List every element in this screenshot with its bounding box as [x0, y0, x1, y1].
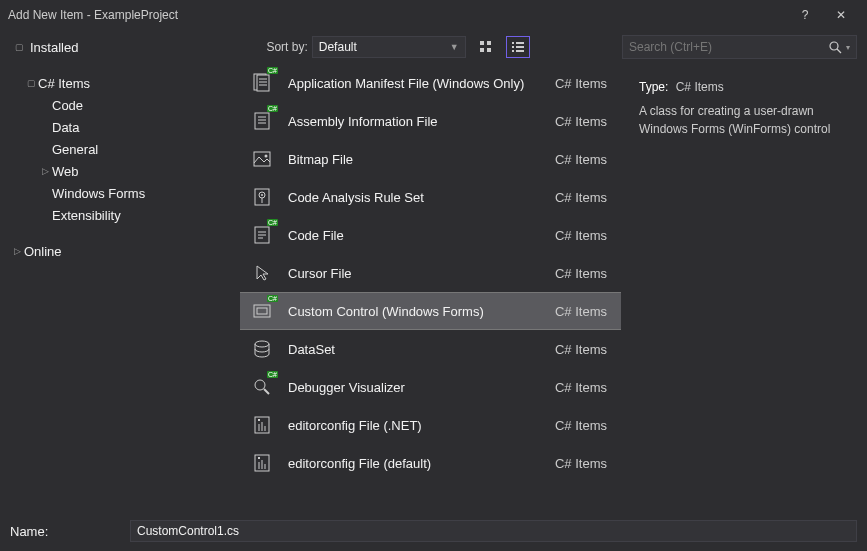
close-button[interactable]: ✕	[823, 0, 859, 30]
codefile-icon: C#	[250, 223, 274, 247]
search-icon	[828, 40, 842, 54]
template-label: Code File	[288, 228, 541, 243]
template-label: DataSet	[288, 342, 541, 357]
tree-item[interactable]: ▢C# Items	[10, 72, 240, 94]
svg-rect-33	[257, 308, 267, 314]
customcontrol-icon: C#	[250, 299, 274, 323]
chevron-down-icon: ▼	[450, 42, 459, 52]
grid-icon	[479, 40, 493, 54]
search-box[interactable]: ▾	[622, 35, 857, 59]
tree-item-label: Web	[52, 164, 79, 179]
tree-item[interactable]: General	[10, 138, 240, 160]
svg-point-10	[830, 42, 838, 50]
template-item[interactable]: Cursor FileC# Items	[240, 254, 621, 292]
view-grid-button[interactable]	[474, 36, 498, 58]
sortby-dropdown[interactable]: Default ▼	[312, 36, 466, 58]
tree-item-label: Online	[24, 244, 62, 259]
tree-item-online[interactable]: ▷ Online	[10, 240, 240, 262]
template-item[interactable]: C#Application Manifest File (Windows Onl…	[240, 64, 621, 102]
ruleset-icon	[250, 185, 274, 209]
template-item[interactable]: C#Assembly Information FileC# Items	[240, 102, 621, 140]
svg-rect-6	[512, 46, 514, 48]
template-item[interactable]: Code Analysis Rule SetC# Items	[240, 178, 621, 216]
cs-badge: C#	[267, 105, 278, 112]
template-item[interactable]: DataSetC# Items	[240, 330, 621, 368]
tree-item[interactable]: Data	[10, 116, 240, 138]
template-item[interactable]: Bitmap FileC# Items	[240, 140, 621, 178]
template-label: Bitmap File	[288, 152, 541, 167]
dataset-icon	[250, 337, 274, 361]
svg-rect-32	[254, 305, 270, 317]
description-panel: Type: C# Items A class for creating a us…	[621, 64, 867, 514]
svg-rect-2	[480, 48, 484, 52]
chevron-down-icon: ▢	[12, 42, 26, 52]
sortby-value: Default	[319, 40, 357, 54]
tree-item[interactable]: Windows Forms	[10, 182, 240, 204]
svg-line-11	[837, 49, 841, 53]
template-item[interactable]: C#Debugger VisualizerC# Items	[240, 368, 621, 406]
cs-badge: C#	[267, 371, 278, 378]
template-label: editorconfig File (.NET)	[288, 418, 541, 433]
svg-rect-17	[255, 113, 269, 129]
svg-point-34	[255, 341, 269, 347]
template-item[interactable]: C#Code FileC# Items	[240, 216, 621, 254]
installed-toggle[interactable]: ▢ Installed	[10, 40, 78, 55]
tree-item-label: Windows Forms	[52, 186, 145, 201]
template-category: C# Items	[555, 152, 611, 167]
list-icon	[511, 40, 525, 54]
template-category: C# Items	[555, 380, 611, 395]
template-item[interactable]: editorconfig File (default)C# Items	[240, 444, 621, 482]
name-input[interactable]	[130, 520, 857, 542]
tree-item-label: General	[52, 142, 98, 157]
template-label: Code Analysis Rule Set	[288, 190, 541, 205]
chevron-right-icon: ▷	[38, 166, 52, 176]
template-label: Assembly Information File	[288, 114, 541, 129]
svg-rect-0	[480, 41, 484, 45]
cs-badge: C#	[267, 67, 278, 74]
svg-marker-31	[257, 266, 268, 280]
search-dropdown-icon[interactable]: ▾	[846, 43, 850, 52]
svg-rect-7	[516, 46, 524, 48]
manifest-icon: C#	[250, 71, 274, 95]
search-input[interactable]	[629, 40, 828, 54]
svg-point-25	[261, 194, 263, 196]
svg-point-35	[255, 380, 265, 390]
assembly-icon: C#	[250, 109, 274, 133]
svg-rect-1	[487, 41, 491, 45]
template-item[interactable]: editorconfig File (.NET)C# Items	[240, 406, 621, 444]
template-label: Application Manifest File (Windows Only)	[288, 76, 541, 91]
tree-item[interactable]: Extensibility	[10, 204, 240, 226]
cursor-icon	[250, 261, 274, 285]
svg-rect-13	[257, 75, 269, 91]
chevron-down-icon: ▢	[24, 78, 38, 88]
view-list-button[interactable]	[506, 36, 530, 58]
bitmap-icon	[250, 147, 274, 171]
name-label: Name:	[10, 524, 120, 539]
template-category: C# Items	[555, 304, 611, 319]
template-category: C# Items	[555, 342, 611, 357]
help-button[interactable]: ?	[787, 0, 823, 30]
tree-item[interactable]: Code	[10, 94, 240, 116]
svg-rect-3	[487, 48, 491, 52]
tree-item[interactable]: ▷Web	[10, 160, 240, 182]
template-label: Cursor File	[288, 266, 541, 281]
template-list[interactable]: C#Application Manifest File (Windows Onl…	[240, 64, 621, 514]
editorconfig-icon	[250, 413, 274, 437]
template-category: C# Items	[555, 114, 611, 129]
sortby-label: Sort by:	[266, 40, 307, 54]
template-category: C# Items	[555, 456, 611, 471]
svg-rect-9	[516, 50, 524, 52]
editorconfig-icon	[250, 451, 274, 475]
desc-text: A class for creating a user-drawn Window…	[639, 102, 849, 138]
template-item[interactable]: C#Custom Control (Windows Forms)C# Items	[240, 292, 621, 330]
svg-rect-4	[512, 42, 514, 44]
tree-item-label: C# Items	[38, 76, 90, 91]
template-label: editorconfig File (default)	[288, 456, 541, 471]
installed-label: Installed	[30, 40, 78, 55]
tree-item-label: Extensibility	[52, 208, 121, 223]
template-category: C# Items	[555, 266, 611, 281]
template-category: C# Items	[555, 418, 611, 433]
debugvis-icon: C#	[250, 375, 274, 399]
window-title: Add New Item - ExampleProject	[8, 8, 787, 22]
svg-point-22	[265, 155, 268, 158]
